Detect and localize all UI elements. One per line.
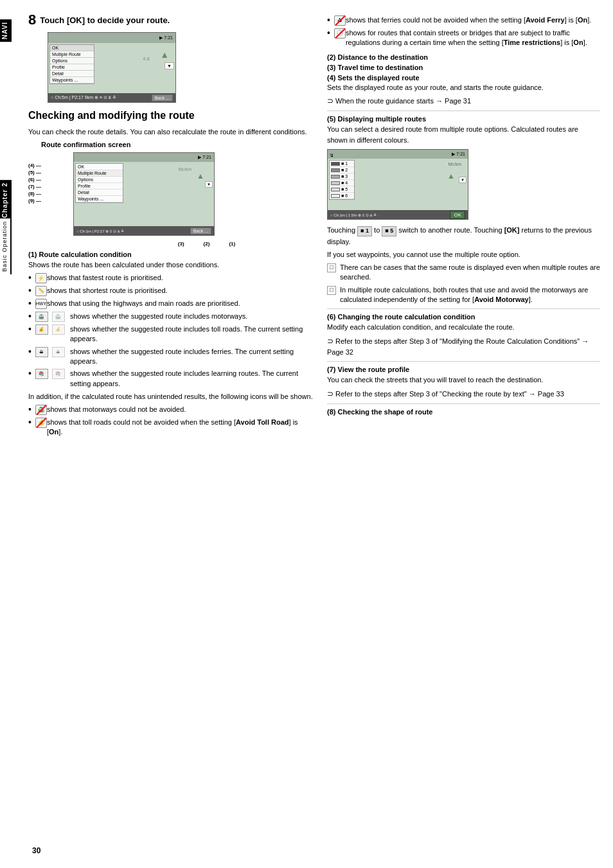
- bullet-list-2: • 🛣️ shows that motorways could not be a…: [28, 405, 314, 438]
- note-2-text: In multiple route calculations, both rou…: [340, 285, 600, 305]
- waypoint-text: If you set waypoints, you cannot use the…: [327, 249, 600, 260]
- time-no-icon: 🕐: [334, 28, 346, 39]
- sidebar-chapter-label: Chapter 2: [0, 180, 12, 220]
- rcs-ok[interactable]: OK: [76, 164, 123, 170]
- back-button[interactable]: Back ...: [152, 94, 173, 102]
- sidebar: NAVI Chapter 2 Basic Operation: [0, 0, 22, 868]
- ferry-on-icon: ⛴: [35, 347, 48, 357]
- route-calc-text: Shows the route has been calculated unde…: [28, 260, 314, 270]
- ref-arrow-2: ⊃: [327, 337, 333, 346]
- route-confirm-screen: ▶ 7:21 ▲ Mc/km ▼ OK Multiple Route Optio…: [73, 152, 215, 236]
- motorway-no-icon: 🛣️: [35, 405, 47, 415]
- rcs-detail[interactable]: Detail: [76, 190, 123, 196]
- ok-ref: [OK]: [504, 226, 520, 234]
- step8-screen: ▶ 7:21 ▲ 4.8 OK Multiple Route Options P…: [48, 32, 176, 103]
- route-6[interactable]: ■ 6: [330, 193, 354, 199]
- sets-text: Sets the displayed route as your route, …: [327, 82, 600, 93]
- label-3: (3): [178, 241, 184, 247]
- rcs-multiple[interactable]: Multiple Route: [76, 170, 123, 177]
- bullet-time-no-text: shows for routes that contain streets or…: [346, 28, 600, 48]
- bullet-motorway-no-text: shows that motorways could not be avoide…: [47, 405, 186, 414]
- step8-header: 8 Touch [OK] to decide your route.: [28, 13, 314, 27]
- page-number: 30: [32, 846, 40, 855]
- menu-multiple-route[interactable]: Multiple Route: [50, 51, 94, 58]
- rcs-menu: OK Multiple Route Options Profile Detail…: [75, 163, 123, 203]
- view-text: You can check the streets that you will …: [327, 375, 600, 385]
- bullet-shortest-text: shows that shortest route is prioritised…: [47, 286, 168, 296]
- section-intro: You can check the route details. You can…: [28, 127, 314, 137]
- screen-menu: OK Multiple Route Options Profile Detail…: [49, 44, 94, 84]
- bullet-ferry: • ⛴ ⛴ shows whether the suggested route …: [28, 347, 314, 367]
- check-label: (8) Checking the shape of route: [327, 408, 600, 416]
- menu-options[interactable]: Options: [50, 58, 94, 64]
- divider-2: [327, 308, 600, 309]
- button-1[interactable]: ■ 1: [357, 226, 372, 236]
- route-confirm-label: Route confirmation screen: [28, 141, 314, 148]
- bullet-highway: • HWY shows that using the highways and …: [28, 299, 314, 309]
- menu-ok[interactable]: OK: [50, 45, 94, 51]
- view-refer: ⊃ Refer to the steps after Step 3 of "Ch…: [327, 388, 600, 400]
- label-6: (6) —: [28, 177, 41, 182]
- divider-1: [327, 111, 600, 111]
- bullet-motorway-text: shows whether the suggested route includ…: [70, 312, 247, 321]
- route-3[interactable]: ■ 3: [330, 173, 354, 180]
- bullet-shortest: • 📏 shows that shortest route is priorit…: [28, 286, 314, 296]
- number-labels: (3) (2) (1): [48, 241, 314, 247]
- rcs-back-button[interactable]: Back ...: [190, 227, 211, 235]
- route-4[interactable]: ■ 4: [330, 180, 354, 186]
- ferry-no-section: • ⛴ shows that ferries could not be avoi…: [327, 15, 600, 48]
- bullet-toll-text: shows whether the suggested route includ…: [70, 324, 314, 344]
- rcs-top-bar: ▶ 7:21: [74, 153, 214, 162]
- dest-label: (2) Distance to the destination: [327, 53, 600, 61]
- bullet-ferry-no: • ⛴ shows that ferries could not be avoi…: [327, 15, 600, 26]
- step8-instruction: Touch [OK] to decide your route.: [40, 13, 170, 25]
- multi-label: (5) Displaying multiple routes: [327, 115, 600, 123]
- left-column: 8 Touch [OK] to decide your route. ▶ 7:2…: [28, 13, 324, 855]
- bullet-motorway-no: • 🛣️ shows that motorways could not be a…: [28, 405, 314, 415]
- ferry-pair-icon: ⛴ ⛴: [35, 347, 67, 357]
- bullet-time-no: • 🕐 shows for routes that contain street…: [327, 28, 600, 48]
- change-refer: ⊃ Refer to the steps after Step 3 of "Mo…: [327, 335, 600, 358]
- learn-off-icon: 📚: [52, 369, 65, 379]
- rcs-waypoints[interactable]: Waypoints ...: [76, 196, 123, 202]
- toll-on-icon: 💰: [35, 324, 48, 335]
- bullet-toll-no: • 💰 shows that toll roads could not be a…: [28, 418, 314, 438]
- view-label: (7) View the route profile: [327, 366, 600, 373]
- bullet-fastest: • ⚡ shows that fastest route is prioriti…: [28, 273, 314, 283]
- note-1: □ There can be cases that the same route…: [327, 263, 600, 283]
- touch-desc: Touching ■ 1 to ■ 5 switch to another ro…: [327, 225, 600, 247]
- menu-profile[interactable]: Profile: [50, 64, 94, 71]
- bullet-list-1: • ⚡ shows that fastest route is prioriti…: [28, 273, 314, 389]
- bullet-toll-no-text: shows that toll roads could not be avoid…: [47, 418, 314, 438]
- bullet-learn: • 📚 📚 shows whether the suggested route …: [28, 369, 314, 389]
- rcs-profile[interactable]: Profile: [76, 183, 123, 190]
- route-2[interactable]: ■ 2: [330, 167, 354, 173]
- rcs-options[interactable]: Options: [76, 177, 123, 183]
- route-calc-heading: (1) Route calculation condition: [28, 251, 314, 258]
- ref-arrow-3: ⊃: [327, 389, 333, 398]
- label-9: (9) —: [28, 198, 41, 204]
- route-1[interactable]: ■ 1: [330, 161, 354, 167]
- note-1-text: There can be cases that the same route i…: [340, 263, 600, 283]
- learn-pair-icon: 📚 📚: [35, 369, 67, 379]
- travel-label: (3) Travel time to destination: [327, 64, 600, 71]
- ms-bottom-bar: ○ Ch:1m | 1.5hr ⊕ ≡ ⊙ â ≛ OK: [328, 210, 468, 219]
- sidebar-navi-label: NAVI: [0, 19, 12, 42]
- menu-detail[interactable]: Detail: [50, 71, 94, 77]
- label-1: (1): [229, 241, 235, 247]
- ms-ok-button[interactable]: OK: [450, 211, 465, 219]
- change-text: Modify each calculation condition, and r…: [327, 322, 600, 333]
- route-5[interactable]: ■ 5: [330, 186, 354, 193]
- ms-route-list: ■ 1 ■ 2 ■ 3 ■ 4: [329, 160, 355, 200]
- label-7: (7) —: [28, 184, 41, 190]
- menu-waypoints[interactable]: Waypoints ...: [50, 77, 94, 84]
- button-5[interactable]: ■ 5: [382, 226, 396, 236]
- screen-bottom-bar: ○ Ch:5m | P2:17 9km ⊕ ≡ ⊙ â ≛ Back ...: [48, 93, 175, 102]
- bullet-highway-text: shows that using the highways and main r…: [47, 299, 240, 308]
- toll-no-icon: 💰: [35, 418, 47, 428]
- change-label: (6) Changing the route calculation condi…: [327, 313, 600, 321]
- bullet-motorway: • 🛣️ 🛣️ shows whether the suggested rout…: [28, 312, 314, 322]
- bullet-list-3: • ⛴ shows that ferries could not be avoi…: [327, 15, 600, 48]
- motorway-on-icon: 🛣️: [35, 312, 48, 322]
- toll-pair-icon: 💰 💰: [35, 324, 67, 335]
